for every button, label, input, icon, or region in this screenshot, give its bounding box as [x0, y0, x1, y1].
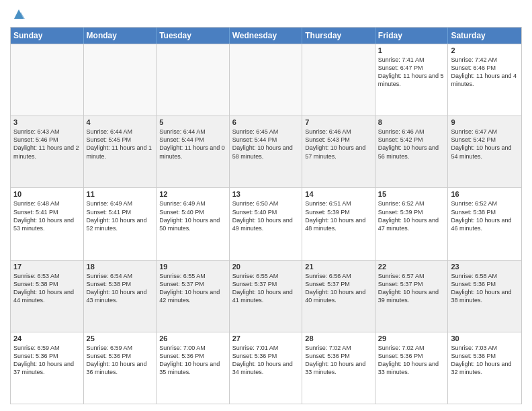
cell-text: Sunrise: 7:42 AM Sunset: 6:46 PM Dayligh…: [451, 56, 519, 89]
day-number: 4: [87, 118, 154, 126]
header-day: Saturday: [448, 28, 521, 44]
day-number: 21: [305, 263, 372, 271]
day-number: 26: [159, 334, 226, 342]
cell-text: Sunrise: 6:58 AM Sunset: 5:36 PM Dayligh…: [451, 272, 519, 305]
cell-text: Sunrise: 6:52 AM Sunset: 5:39 PM Dayligh…: [378, 199, 445, 232]
calendar-cell: 17Sunrise: 6:53 AM Sunset: 5:38 PM Dayli…: [11, 261, 84, 332]
calendar-cell: 2Sunrise: 7:42 AM Sunset: 6:46 PM Daylig…: [448, 44, 521, 116]
cell-text: Sunrise: 7:03 AM Sunset: 5:36 PM Dayligh…: [451, 344, 519, 377]
calendar-cell: 26Sunrise: 7:00 AM Sunset: 5:36 PM Dayli…: [157, 332, 230, 404]
cell-text: Sunrise: 6:54 AM Sunset: 5:38 PM Dayligh…: [87, 272, 154, 305]
cell-text: Sunrise: 6:46 AM Sunset: 5:42 PM Dayligh…: [378, 128, 445, 161]
calendar-cell: 8Sunrise: 6:46 AM Sunset: 5:42 PM Daylig…: [375, 116, 449, 187]
calendar-cell: [230, 44, 303, 116]
cell-text: Sunrise: 6:47 AM Sunset: 5:42 PM Dayligh…: [451, 128, 519, 161]
day-number: 17: [13, 263, 81, 271]
day-number: 19: [159, 263, 226, 271]
calendar-row: 1Sunrise: 7:41 AM Sunset: 6:47 PM Daylig…: [11, 44, 521, 116]
day-number: 24: [13, 334, 81, 342]
cell-text: Sunrise: 6:45 AM Sunset: 5:44 PM Dayligh…: [232, 128, 300, 161]
day-number: 7: [305, 118, 372, 126]
cell-text: Sunrise: 7:00 AM Sunset: 5:36 PM Dayligh…: [159, 344, 226, 377]
calendar-row: 3Sunrise: 6:43 AM Sunset: 5:46 PM Daylig…: [11, 116, 521, 187]
calendar-cell: 15Sunrise: 6:52 AM Sunset: 5:39 PM Dayli…: [375, 188, 449, 259]
cell-text: Sunrise: 7:02 AM Sunset: 5:36 PM Dayligh…: [378, 344, 445, 377]
calendar-cell: 16Sunrise: 6:52 AM Sunset: 5:38 PM Dayli…: [448, 188, 521, 259]
day-number: 1: [378, 46, 445, 54]
day-number: 29: [378, 334, 445, 342]
calendar-cell: 12Sunrise: 6:49 AM Sunset: 5:40 PM Dayli…: [157, 188, 230, 259]
cell-text: Sunrise: 6:48 AM Sunset: 5:41 PM Dayligh…: [13, 199, 81, 232]
calendar-cell: 20Sunrise: 6:55 AM Sunset: 5:37 PM Dayli…: [230, 261, 303, 332]
day-number: 27: [232, 334, 300, 342]
header-day: Sunday: [11, 28, 84, 44]
logo-icon: [11, 7, 26, 21]
cell-text: Sunrise: 6:49 AM Sunset: 5:40 PM Dayligh…: [159, 199, 226, 232]
calendar: SundayMondayTuesdayWednesdayThursdayFrid…: [10, 27, 522, 404]
cell-text: Sunrise: 6:53 AM Sunset: 5:38 PM Dayligh…: [13, 272, 81, 305]
day-number: 8: [378, 118, 445, 126]
calendar-cell: 18Sunrise: 6:54 AM Sunset: 5:38 PM Dayli…: [84, 261, 157, 332]
calendar-cell: 3Sunrise: 6:43 AM Sunset: 5:46 PM Daylig…: [11, 116, 84, 187]
calendar-cell: 1Sunrise: 7:41 AM Sunset: 6:47 PM Daylig…: [375, 44, 449, 116]
calendar-cell: 4Sunrise: 6:44 AM Sunset: 5:45 PM Daylig…: [84, 116, 157, 187]
calendar-row: 17Sunrise: 6:53 AM Sunset: 5:38 PM Dayli…: [11, 260, 521, 332]
day-number: 10: [13, 190, 81, 198]
calendar-cell: 9Sunrise: 6:47 AM Sunset: 5:42 PM Daylig…: [448, 116, 521, 187]
cell-text: Sunrise: 6:59 AM Sunset: 5:36 PM Dayligh…: [13, 344, 81, 377]
calendar-cell: [11, 44, 84, 116]
calendar-cell: 24Sunrise: 6:59 AM Sunset: 5:36 PM Dayli…: [11, 332, 84, 404]
day-number: 23: [451, 263, 519, 271]
cell-text: Sunrise: 6:55 AM Sunset: 5:37 PM Dayligh…: [159, 272, 226, 305]
cell-text: Sunrise: 6:52 AM Sunset: 5:38 PM Dayligh…: [451, 199, 519, 232]
calendar-cell: 5Sunrise: 6:44 AM Sunset: 5:44 PM Daylig…: [157, 116, 230, 187]
calendar-cell: [302, 44, 375, 116]
day-number: 28: [305, 334, 372, 342]
calendar-cell: 30Sunrise: 7:03 AM Sunset: 5:36 PM Dayli…: [448, 332, 521, 404]
cell-text: Sunrise: 6:46 AM Sunset: 5:43 PM Dayligh…: [305, 128, 372, 161]
day-number: 25: [87, 334, 154, 342]
calendar-cell: 10Sunrise: 6:48 AM Sunset: 5:41 PM Dayli…: [11, 188, 84, 259]
day-number: 18: [87, 263, 154, 271]
day-number: 2: [451, 46, 519, 54]
calendar-body: 1Sunrise: 7:41 AM Sunset: 6:47 PM Daylig…: [11, 44, 521, 404]
calendar-cell: 19Sunrise: 6:55 AM Sunset: 5:37 PM Dayli…: [157, 261, 230, 332]
calendar-cell: 29Sunrise: 7:02 AM Sunset: 5:36 PM Dayli…: [375, 332, 449, 404]
cell-text: Sunrise: 6:44 AM Sunset: 5:44 PM Dayligh…: [159, 128, 226, 161]
calendar-cell: 22Sunrise: 6:57 AM Sunset: 5:37 PM Dayli…: [375, 261, 449, 332]
day-number: 5: [159, 118, 226, 126]
calendar-cell: 14Sunrise: 6:51 AM Sunset: 5:39 PM Dayli…: [302, 188, 375, 259]
cell-text: Sunrise: 7:02 AM Sunset: 5:36 PM Dayligh…: [305, 344, 372, 377]
day-number: 14: [305, 190, 372, 198]
calendar-row: 10Sunrise: 6:48 AM Sunset: 5:41 PM Dayli…: [11, 187, 521, 259]
day-number: 12: [159, 190, 226, 198]
cell-text: Sunrise: 6:44 AM Sunset: 5:45 PM Dayligh…: [87, 128, 154, 161]
day-number: 9: [451, 118, 519, 126]
header: [10, 7, 522, 21]
calendar-cell: 7Sunrise: 6:46 AM Sunset: 5:43 PM Daylig…: [302, 116, 375, 187]
cell-text: Sunrise: 6:56 AM Sunset: 5:37 PM Dayligh…: [305, 272, 372, 305]
cell-text: Sunrise: 6:51 AM Sunset: 5:39 PM Dayligh…: [305, 199, 372, 232]
cell-text: Sunrise: 7:01 AM Sunset: 5:36 PM Dayligh…: [232, 344, 300, 377]
calendar-header: SundayMondayTuesdayWednesdayThursdayFrid…: [11, 28, 521, 44]
calendar-cell: [84, 44, 157, 116]
calendar-cell: 27Sunrise: 7:01 AM Sunset: 5:36 PM Dayli…: [230, 332, 303, 404]
calendar-cell: 23Sunrise: 6:58 AM Sunset: 5:36 PM Dayli…: [448, 261, 521, 332]
day-number: 16: [451, 190, 519, 198]
cell-text: Sunrise: 6:49 AM Sunset: 5:41 PM Dayligh…: [87, 199, 154, 232]
header-day: Wednesday: [230, 28, 303, 44]
calendar-cell: 21Sunrise: 6:56 AM Sunset: 5:37 PM Dayli…: [302, 261, 375, 332]
calendar-cell: 13Sunrise: 6:50 AM Sunset: 5:40 PM Dayli…: [230, 188, 303, 259]
day-number: 3: [13, 118, 81, 126]
cell-text: Sunrise: 6:55 AM Sunset: 5:37 PM Dayligh…: [232, 272, 300, 305]
day-number: 22: [378, 263, 445, 271]
calendar-cell: 11Sunrise: 6:49 AM Sunset: 5:41 PM Dayli…: [84, 188, 157, 259]
day-number: 20: [232, 263, 300, 271]
header-day: Tuesday: [157, 28, 230, 44]
header-day: Friday: [375, 28, 449, 44]
day-number: 30: [451, 334, 519, 342]
day-number: 13: [232, 190, 300, 198]
cell-text: Sunrise: 6:50 AM Sunset: 5:40 PM Dayligh…: [232, 199, 300, 232]
calendar-cell: 6Sunrise: 6:45 AM Sunset: 5:44 PM Daylig…: [230, 116, 303, 187]
cell-text: Sunrise: 6:43 AM Sunset: 5:46 PM Dayligh…: [13, 128, 81, 161]
